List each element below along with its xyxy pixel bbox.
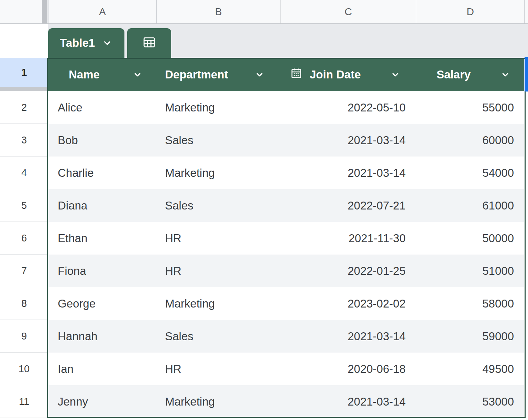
cell-department[interactable]: Marketing	[156, 157, 280, 189]
header-label-salary: Salary	[437, 68, 471, 81]
cell-name[interactable]: Jenny	[48, 385, 156, 418]
table-grid-icon	[142, 35, 156, 51]
cell-join-date[interactable]: 2021-03-14	[280, 320, 416, 353]
table-name-label: Table1	[60, 36, 95, 50]
cell-name[interactable]: Bob	[48, 124, 156, 157]
cell-join-date[interactable]: 2021-03-14	[280, 157, 416, 189]
cell-salary[interactable]: 50000	[416, 222, 524, 255]
cell-department[interactable]: Sales	[156, 189, 280, 222]
cell-join-date[interactable]: 2023-02-02	[280, 287, 416, 320]
chevron-down-icon[interactable]	[500, 69, 510, 80]
column-header-d[interactable]: D	[416, 0, 524, 23]
cell-join-date[interactable]: 2021-11-30	[280, 222, 416, 255]
chevron-down-icon[interactable]	[132, 69, 143, 80]
table-row: 5 Diana Sales 2022-07-21 61000	[0, 189, 528, 222]
cell-join-date[interactable]: 2022-01-25	[280, 255, 416, 287]
cell-salary[interactable]: 49500	[416, 353, 524, 385]
table-name-chip[interactable]: Table1	[48, 28, 124, 58]
cell-salary[interactable]: 51000	[416, 255, 524, 287]
cell-department[interactable]: Sales	[156, 320, 280, 353]
cell-salary[interactable]: 53000	[416, 385, 524, 418]
row-number[interactable]: 11	[0, 385, 48, 418]
table-row: 6 Ethan HR 2021-11-30 50000	[0, 222, 528, 255]
column-header-cell-department[interactable]: Department	[156, 58, 280, 91]
cell-join-date[interactable]: 2022-05-10	[280, 91, 416, 124]
table-header-row: 1 Name Department	[0, 58, 528, 91]
row-number[interactable]: 3	[0, 124, 48, 157]
table-row: 9 Hannah Sales 2021-03-14 59000	[0, 320, 528, 353]
table-menu-chip[interactable]	[127, 28, 171, 58]
row-number[interactable]: 10	[0, 353, 48, 385]
cell-name[interactable]: Hannah	[48, 320, 156, 353]
spreadsheet-view: A B C D Table1	[0, 0, 528, 420]
row-gutter-spacer	[0, 24, 48, 58]
column-header-cell-name[interactable]: Name	[48, 58, 156, 91]
table-row: 8 George Marketing 2023-02-02 58000	[0, 287, 528, 320]
cell-department[interactable]: Marketing	[156, 287, 280, 320]
row-number[interactable]: 6	[0, 222, 48, 255]
cell-department[interactable]: HR	[156, 353, 280, 385]
header-label-department: Department	[165, 68, 228, 81]
cell-name[interactable]: George	[48, 287, 156, 320]
table-row: 4 Charlie Marketing 2021-03-14 54000	[0, 157, 528, 189]
cell-salary[interactable]: 58000	[416, 287, 524, 320]
cell-department[interactable]: HR	[156, 255, 280, 287]
table-body: 2 Alice Marketing 2022-05-10 55000 3 Bob…	[0, 91, 528, 418]
cell-department[interactable]: Sales	[156, 124, 280, 157]
cell-join-date[interactable]: 2020-06-18	[280, 353, 416, 385]
cell-name[interactable]: Charlie	[48, 157, 156, 189]
row-number[interactable]: 5	[0, 189, 48, 222]
column-header-a[interactable]: A	[48, 0, 156, 23]
cell-salary[interactable]: 60000	[416, 124, 524, 157]
cell-name[interactable]: Fiona	[48, 255, 156, 287]
frozen-row-divider	[0, 87, 48, 91]
column-header-b[interactable]: B	[156, 0, 280, 23]
column-headers-strip: A B C D	[0, 0, 528, 24]
table-row: 10 Ian HR 2020-06-18 49500	[0, 353, 528, 385]
chevron-down-icon[interactable]	[390, 69, 400, 80]
row-number[interactable]: 2	[0, 91, 48, 124]
column-header-cell-salary[interactable]: Salary	[416, 58, 524, 91]
cell-department[interactable]: Marketing	[156, 385, 280, 418]
cell-salary[interactable]: 59000	[416, 320, 524, 353]
row-number[interactable]: 8	[0, 287, 48, 320]
table-row: 3 Bob Sales 2021-03-14 60000	[0, 124, 528, 157]
cell-join-date[interactable]: 2021-03-14	[280, 124, 416, 157]
cell-name[interactable]: Diana	[48, 189, 156, 222]
table-row: 7 Fiona HR 2022-01-25 51000	[0, 255, 528, 287]
cell-name[interactable]: Ian	[48, 353, 156, 385]
cell-salary[interactable]: 61000	[416, 189, 524, 222]
table-chip-row: Table1	[0, 24, 528, 58]
column-header-c[interactable]: C	[280, 0, 416, 23]
header-label-name: Name	[69, 68, 100, 81]
column-header-cell-join-date[interactable]: Join Date	[280, 58, 416, 91]
cell-join-date[interactable]: 2022-07-21	[280, 189, 416, 222]
header-label-join-date: Join Date	[310, 68, 361, 81]
cell-salary[interactable]: 55000	[416, 91, 524, 124]
row-header-1: 1	[0, 58, 48, 91]
chevron-down-icon[interactable]	[254, 69, 265, 80]
row-number[interactable]: 7	[0, 255, 48, 287]
table-row: 2 Alice Marketing 2022-05-10 55000	[0, 91, 528, 124]
cell-salary[interactable]: 54000	[416, 157, 524, 189]
table-row: 11 Jenny Marketing 2021-03-14 53000	[0, 385, 528, 418]
chevron-down-icon[interactable]	[102, 37, 113, 49]
select-all-corner[interactable]	[0, 0, 48, 23]
cell-department[interactable]: HR	[156, 222, 280, 255]
row-number[interactable]: 4	[0, 157, 48, 189]
column-header-e-partial	[524, 0, 528, 23]
cell-department[interactable]: Marketing	[156, 91, 280, 124]
cell-name[interactable]: Ethan	[48, 222, 156, 255]
row-number-1[interactable]: 1	[0, 58, 48, 87]
row-number[interactable]: 9	[0, 320, 48, 353]
cell-name[interactable]: Alice	[48, 91, 156, 124]
cell-join-date[interactable]: 2021-03-14	[280, 385, 416, 418]
chip-area: Table1	[48, 24, 528, 58]
calendar-icon	[290, 67, 303, 83]
